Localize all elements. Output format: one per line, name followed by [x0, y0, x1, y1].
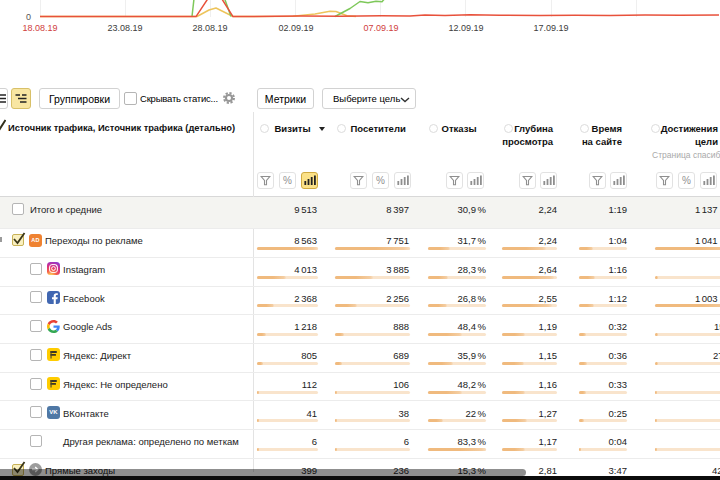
svg-text:0: 0	[26, 12, 31, 22]
